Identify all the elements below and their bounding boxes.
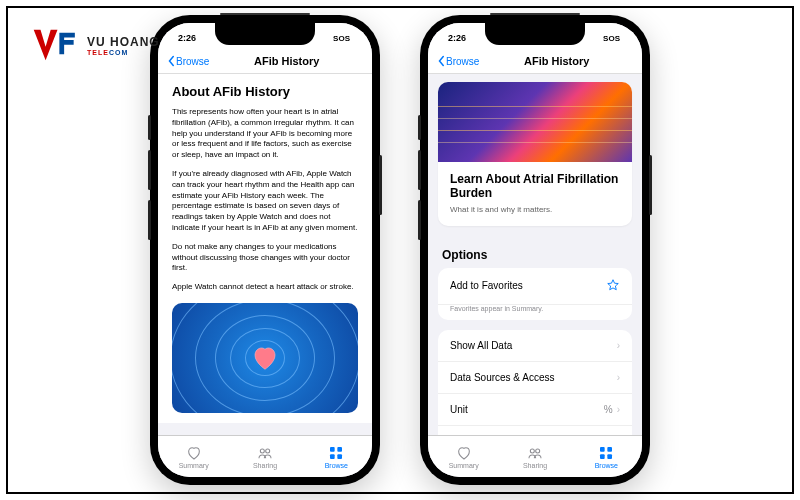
- tab-browse[interactable]: Browse: [571, 436, 642, 477]
- svg-rect-16: [600, 454, 605, 459]
- paragraph: If you're already diagnosed with AFib, A…: [172, 169, 358, 234]
- svg-rect-17: [608, 454, 613, 459]
- logo-glyph: [32, 28, 83, 62]
- content-right[interactable]: Learn About Atrial Fibrillation Burden W…: [428, 74, 642, 435]
- grid-icon: [328, 445, 344, 461]
- tab-bar: Summary Sharing Browse: [158, 435, 372, 477]
- people-icon: [527, 445, 543, 461]
- hero-title: Learn About Atrial Fibrillation Burden: [450, 172, 620, 201]
- svg-rect-15: [608, 447, 613, 452]
- paragraph: This represents how often your heart is …: [172, 107, 358, 161]
- watermark-sub-text: TELECOM: [87, 49, 160, 56]
- data-sources-row[interactable]: Data Sources & Access ›: [438, 362, 632, 394]
- tab-summary[interactable]: Summary: [428, 436, 499, 477]
- page-heading: About AFib History: [172, 84, 358, 99]
- add-favorites-row[interactable]: Add to Favorites: [438, 268, 632, 305]
- watermark-main-text: VU HOANG: [87, 35, 160, 49]
- screen-left: 2:26 SOS Browse AFib History: [158, 23, 372, 477]
- back-button[interactable]: Browse: [436, 55, 479, 67]
- people-icon: [257, 445, 273, 461]
- tab-summary[interactable]: Summary: [158, 436, 229, 477]
- hero-image: [438, 82, 632, 162]
- image-frame: VU HOANG TELECOM 2:26 SOS: [6, 6, 794, 494]
- chevron-right-icon: ›: [617, 372, 620, 383]
- hero-card[interactable]: Learn About Atrial Fibrillation Burden W…: [438, 82, 632, 226]
- nav-title: AFib History: [209, 55, 364, 67]
- watermark-logo: VU HOANG TELECOM: [32, 28, 160, 62]
- phone-mockups: 2:26 SOS Browse AFib History: [150, 15, 650, 485]
- svg-rect-14: [600, 447, 605, 452]
- favorites-hint: Favorites appear in Summary.: [438, 305, 632, 320]
- svg-point-12: [530, 449, 534, 453]
- svg-point-13: [536, 449, 540, 453]
- nav-bar: Browse AFib History: [428, 53, 642, 74]
- show-all-data-row[interactable]: Show All Data ›: [438, 330, 632, 362]
- nav-title: AFib History: [479, 55, 634, 67]
- svg-rect-8: [338, 454, 343, 459]
- svg-rect-5: [330, 447, 335, 452]
- heart-illustration: [172, 303, 358, 413]
- content-left[interactable]: About AFib History This represents how o…: [158, 74, 372, 435]
- unit-value: % ›: [604, 404, 620, 415]
- options-group: Show All Data › Data Sources & Access › …: [438, 330, 632, 435]
- chevron-left-icon: [436, 55, 446, 67]
- star-outline-icon: [606, 278, 620, 294]
- phone-left: 2:26 SOS Browse AFib History: [150, 15, 380, 485]
- notch: [215, 23, 315, 45]
- options-header: Options: [428, 234, 642, 268]
- heart-icon: [186, 445, 202, 461]
- heart-icon: [456, 445, 472, 461]
- svg-rect-7: [330, 454, 335, 459]
- grid-icon: [598, 445, 614, 461]
- svg-point-4: [266, 449, 270, 453]
- status-indicators: SOS: [333, 34, 356, 43]
- favorites-group: Add to Favorites Favorites appear in Sum…: [438, 268, 632, 320]
- svg-point-3: [260, 449, 264, 453]
- tab-bar: Summary Sharing Browse: [428, 435, 642, 477]
- chevron-right-icon: ›: [617, 404, 620, 415]
- notch: [485, 23, 585, 45]
- phone-right: 2:26 SOS Browse AFib History: [420, 15, 650, 485]
- tab-browse[interactable]: Browse: [301, 436, 372, 477]
- nav-bar: Browse AFib History: [158, 53, 372, 74]
- paragraph: Apple Watch cannot detect a heart attack…: [172, 282, 358, 293]
- chevron-right-icon: ›: [617, 340, 620, 351]
- paragraph: Do not make any changes to your medicati…: [172, 242, 358, 274]
- status-time: 2:26: [448, 33, 466, 43]
- about-row[interactable]: About ›: [438, 426, 632, 435]
- screen-right: 2:26 SOS Browse AFib History: [428, 23, 642, 477]
- svg-rect-6: [338, 447, 343, 452]
- tab-sharing[interactable]: Sharing: [229, 436, 300, 477]
- hero-subtitle: What it is and why it matters.: [450, 205, 620, 214]
- tab-sharing[interactable]: Sharing: [499, 436, 570, 477]
- chevron-left-icon: [166, 55, 176, 67]
- back-button[interactable]: Browse: [166, 55, 209, 67]
- unit-row[interactable]: Unit % ›: [438, 394, 632, 426]
- status-time: 2:26: [178, 33, 196, 43]
- status-indicators: SOS: [603, 34, 626, 43]
